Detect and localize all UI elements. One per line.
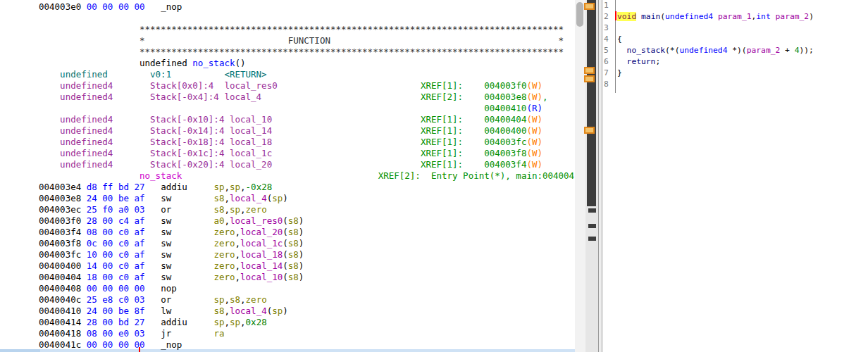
decompiler-line[interactable]: no_stack(*(undefined4 *)(param_2 + 4)); xyxy=(617,45,814,56)
ghidra-codebrowser: 004003e0 00 00 00 00 _nop **************… xyxy=(0,0,868,352)
listing-cursor-caret xyxy=(139,347,140,352)
listing-line[interactable]: 00400400 14 00 c0 af sw zero,local_14(s8… xyxy=(39,260,574,272)
decompiler-line[interactable]: void main(undefined4 param_1,int param_2… xyxy=(617,11,814,23)
listing-line[interactable]: 004003ec 25 f0 a0 03 or s8,sp,zero xyxy=(39,204,574,215)
listing-line[interactable]: undefined4 Stack[-0x10]:4 local_10 XREF[… xyxy=(39,114,574,125)
listing-line[interactable]: 004003fc 10 00 c0 af sw zero,local_18(s8… xyxy=(39,249,574,260)
line-number: 6 xyxy=(604,56,614,68)
overview-margin-thumb[interactable] xyxy=(587,0,596,206)
overview-marker-dash[interactable] xyxy=(588,237,596,241)
line-number: 1 xyxy=(604,0,614,11)
overview-marker-dash[interactable] xyxy=(588,224,596,228)
listing-line[interactable]: 004003e8 24 00 be af sw s8,local_4(sp) xyxy=(39,193,574,204)
listing-line[interactable]: undefined4 Stack[-0x14]:4 local_14 XREF[… xyxy=(39,125,574,137)
listing-line[interactable]: 0040040c 25 e8 c0 03 or sp,s8,zero xyxy=(39,294,574,306)
decompiler-line[interactable]: } xyxy=(617,68,814,79)
listing-line[interactable]: undefined4 Stack[-0x18]:4 local_18 XREF[… xyxy=(39,137,574,148)
text-cursor-caret xyxy=(615,11,616,20)
listing-line[interactable]: 00400414 28 00 bd 27 addiu sp,sp,0x28 xyxy=(39,317,574,328)
overview-margin-track[interactable] xyxy=(585,0,598,352)
listing-line[interactable]: 004003f8 0c 00 c0 af sw zero,local_1c(s8… xyxy=(39,238,574,249)
line-number: 3 xyxy=(604,23,614,34)
bookmark-marker-icon[interactable] xyxy=(584,67,595,74)
listing-code: 004003e0 00 00 00 00 _nop **************… xyxy=(39,1,574,351)
listing-line[interactable]: undefined no_stack() xyxy=(39,58,574,69)
decompiler-line[interactable] xyxy=(617,79,814,90)
line-number: 8 xyxy=(604,79,614,90)
listing-line[interactable] xyxy=(39,13,574,24)
listing-line[interactable]: * FUNCTION * xyxy=(39,35,574,46)
decompiler-line[interactable] xyxy=(617,23,814,34)
listing-line[interactable]: 004003f4 08 00 c0 af sw zero,local_20(s8… xyxy=(39,227,574,238)
bookmark-marker-icon[interactable] xyxy=(584,127,595,134)
line-number: 4 xyxy=(604,34,614,45)
listing-line[interactable]: 00400410 24 00 be 8f lw s8,local_4(sp) xyxy=(39,306,574,317)
listing-panel[interactable]: 004003e0 00 00 00 00 _nop **************… xyxy=(0,0,575,352)
listing-line[interactable]: 0040041c 00 00 00 00 _nop xyxy=(39,339,574,351)
listing-line[interactable]: ****************************************… xyxy=(39,24,574,35)
decompiler-code: void main(undefined4 param_1,int param_2… xyxy=(617,0,814,90)
decompiler-line[interactable]: return; xyxy=(617,56,814,68)
listing-scrollbar-thumb[interactable] xyxy=(576,2,583,27)
overview-marker-dash[interactable] xyxy=(588,208,596,213)
listing-line[interactable]: ****************************************… xyxy=(39,46,574,58)
decompiler-panel[interactable]: 12345678 void main(undefined4 param_1,in… xyxy=(602,0,868,352)
decompiler-line-number-gutter: 12345678 xyxy=(604,0,614,90)
listing-line[interactable]: no_stack XREF[2]: Entry Point(*), main:0… xyxy=(39,170,574,182)
listing-line[interactable]: undefined4 Stack[-0x1c]:4 local_1c XREF[… xyxy=(39,148,574,159)
listing-line[interactable]: 00400404 18 00 c0 af sw zero,local_10(s8… xyxy=(39,272,574,283)
decompiler-line[interactable] xyxy=(617,0,814,11)
listing-line[interactable]: undefined4 Stack[-0x4]:4 local_4 XREF[2]… xyxy=(39,92,574,103)
decompiler-line[interactable]: { xyxy=(617,34,814,45)
listing-line[interactable]: 00400418 08 00 e0 03 jr ra xyxy=(39,328,574,339)
listing-line[interactable]: 004003e4 d8 ff bd 27 addiu sp,sp,-0x28 xyxy=(39,182,574,193)
bookmark-marker-icon[interactable] xyxy=(584,3,595,10)
listing-line[interactable]: undefined4 Stack[0x0]:4 local_res0 XREF[… xyxy=(39,80,574,92)
listing-line[interactable]: 004003e0 00 00 00 00 _nop xyxy=(39,1,574,13)
listing-line[interactable]: 00400410(R) xyxy=(39,103,574,114)
line-number: 2 xyxy=(604,11,614,23)
listing-line[interactable]: 004003f0 28 00 c4 af sw a0,local_res0(s8… xyxy=(39,215,574,227)
listing-scrollbar-track[interactable] xyxy=(575,0,585,352)
listing-line[interactable]: undefined v0:1 <RETURN> xyxy=(39,69,574,80)
listing-line[interactable]: undefined4 Stack[-0x20]:4 local_20 XREF[… xyxy=(39,159,574,170)
listing-selected-row-address-highlight xyxy=(0,349,40,352)
line-number: 5 xyxy=(604,45,614,56)
line-number: 7 xyxy=(604,68,614,79)
listing-line[interactable]: 00400408 00 00 00 00 nop xyxy=(39,283,574,294)
bookmark-marker-icon[interactable] xyxy=(584,75,595,82)
